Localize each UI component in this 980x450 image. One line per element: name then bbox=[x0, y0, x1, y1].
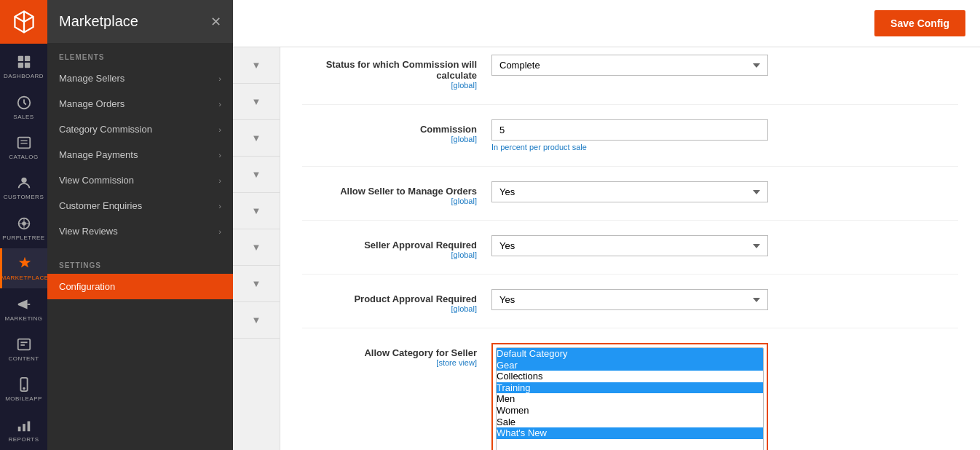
left-panel: ▼ ▼ ▼ ▼ ▼ ▼ ▼ ▼ bbox=[233, 47, 280, 450]
allow-category-label: Allow Category for Seller [store view] bbox=[302, 343, 491, 367]
sidebar-settings-label: Settings bbox=[47, 251, 233, 274]
seller-approval-row: Seller Approval Required [global] Yes No bbox=[302, 235, 958, 275]
chevron-icon: › bbox=[218, 100, 221, 108]
commission-status-row: Status for which Commission will calcula… bbox=[302, 55, 958, 105]
sidebar-item-customer-enquiries[interactable]: Customer Enquiries › bbox=[47, 193, 233, 218]
svg-point-8 bbox=[21, 178, 26, 183]
product-approval-row: Product Approval Required [global] Yes N… bbox=[302, 289, 958, 328]
sidebar-title: Marketplace bbox=[59, 13, 138, 30]
content-area: ▼ ▼ ▼ ▼ ▼ ▼ ▼ ▼ Status for which Commiss… bbox=[233, 47, 980, 450]
allow-seller-orders-select[interactable]: Yes No bbox=[491, 181, 768, 202]
chevron-icon: › bbox=[218, 176, 221, 185]
svg-rect-5 bbox=[17, 138, 30, 149]
svg-rect-1 bbox=[24, 56, 29, 61]
sidebar-item-configuration[interactable]: Configuration bbox=[47, 274, 233, 299]
main-area: Save Config ▼ ▼ ▼ ▼ ▼ ▼ ▼ ▼ Status for w… bbox=[233, 0, 980, 450]
app-logo bbox=[0, 0, 47, 44]
svg-rect-2 bbox=[17, 63, 23, 68]
seller-approval-label: Seller Approval Required [global] bbox=[302, 235, 491, 259]
commission-row: Commission [global] In percent per produ… bbox=[302, 119, 958, 167]
collapse-arrow-8[interactable]: ▼ bbox=[233, 302, 280, 339]
svg-rect-19 bbox=[17, 427, 20, 431]
collapse-arrow-3[interactable]: ▼ bbox=[233, 120, 280, 157]
category-listbox-wrapper: Default CategoryGearCollectionsTrainingM… bbox=[491, 343, 768, 450]
sidebar-header: Marketplace ✕ bbox=[47, 0, 233, 43]
sidebar-item-purpletree[interactable]: PURPLETREE bbox=[0, 208, 47, 248]
product-approval-select[interactable]: Yes No bbox=[491, 289, 768, 310]
collapse-arrow-6[interactable]: ▼ bbox=[233, 229, 280, 266]
allow-seller-orders-row: Allow Seller to Manage Orders [global] Y… bbox=[302, 181, 958, 221]
collapse-arrow-4[interactable]: ▼ bbox=[233, 157, 280, 193]
chevron-icon: › bbox=[218, 74, 221, 83]
sidebar-item-view-commission[interactable]: View Commission › bbox=[47, 167, 233, 193]
sidebar-item-marketplace[interactable]: MARKETPLACE bbox=[0, 248, 47, 288]
sidebar-elements-label: Elements bbox=[47, 43, 233, 66]
collapse-arrow-1[interactable]: ▼ bbox=[233, 47, 280, 84]
allow-category-row: Allow Category for Seller [store view] D… bbox=[302, 343, 958, 450]
collapse-arrow-5[interactable]: ▼ bbox=[233, 193, 280, 229]
collapse-arrow-2[interactable]: ▼ bbox=[233, 84, 280, 120]
sidebar-item-manage-sellers[interactable]: Manage Sellers › bbox=[47, 66, 233, 91]
sidebar-item-marketing[interactable]: MARKETING bbox=[0, 288, 47, 328]
sidebar-item-category-commission[interactable]: Category Commission › bbox=[47, 117, 233, 142]
sidebar-item-sales[interactable]: SALES bbox=[0, 87, 47, 127]
svg-rect-0 bbox=[17, 56, 23, 61]
allow-seller-orders-field: Yes No bbox=[491, 181, 768, 202]
chevron-icon: › bbox=[218, 202, 221, 210]
commission-hint: In percent per product sale bbox=[491, 143, 768, 151]
collapse-arrow-7[interactable]: ▼ bbox=[233, 266, 280, 302]
commission-input[interactable] bbox=[491, 119, 768, 141]
chevron-icon: › bbox=[218, 227, 221, 236]
topbar: Save Config bbox=[233, 0, 980, 47]
seller-approval-field: Yes No bbox=[491, 235, 768, 256]
commission-label: Commission [global] bbox=[302, 119, 491, 143]
sidebar-item-customers[interactable]: CUSTOMERS bbox=[0, 167, 47, 208]
commission-status-field: Complete Processing Pending bbox=[491, 55, 768, 76]
sidebar-item-manage-orders[interactable]: Manage Orders › bbox=[47, 91, 233, 117]
sidebar-item-mobileapp[interactable]: MOBILEAPP bbox=[0, 369, 47, 409]
sidebar-item-dashboard[interactable]: DASHBOARD bbox=[0, 47, 47, 87]
icon-nav: DASHBOARD SALES CATALOG CUSTOMERS PURPLE… bbox=[0, 0, 47, 450]
form-panel: Status for which Commission will calcula… bbox=[280, 47, 980, 450]
sidebar-item-manage-payments[interactable]: Manage Payments › bbox=[47, 142, 233, 167]
chevron-icon: › bbox=[218, 151, 221, 159]
commission-status-select[interactable]: Complete Processing Pending bbox=[491, 55, 768, 76]
svg-rect-3 bbox=[24, 63, 29, 68]
sidebar-close-button[interactable]: ✕ bbox=[210, 14, 221, 30]
product-approval-field: Yes No bbox=[491, 289, 768, 310]
chevron-icon: › bbox=[218, 125, 221, 134]
commission-field: In percent per product sale bbox=[491, 119, 768, 151]
sidebar-item-content[interactable]: CONTENT bbox=[0, 329, 47, 369]
sidebar-item-view-reviews[interactable]: View Reviews › bbox=[47, 218, 233, 244]
svg-rect-20 bbox=[23, 424, 25, 431]
product-approval-label: Product Approval Required [global] bbox=[302, 289, 491, 313]
commission-status-label: Status for which Commission will calcula… bbox=[302, 55, 491, 90]
allow-category-field: Default CategoryGearCollectionsTrainingM… bbox=[491, 343, 768, 450]
allow-seller-orders-label: Allow Seller to Manage Orders [global] bbox=[302, 181, 491, 205]
sidebar-item-reports[interactable]: REPORTS bbox=[0, 410, 47, 450]
sidebar-item-catalog[interactable]: CATALOG bbox=[0, 127, 47, 167]
sidebar: Marketplace ✕ Elements Manage Sellers › … bbox=[47, 0, 233, 450]
category-listbox[interactable]: Default CategoryGearCollectionsTrainingM… bbox=[496, 347, 764, 450]
seller-approval-select[interactable]: Yes No bbox=[491, 235, 768, 256]
save-config-button[interactable]: Save Config bbox=[874, 10, 965, 36]
svg-rect-21 bbox=[27, 421, 30, 431]
svg-point-18 bbox=[23, 388, 25, 390]
